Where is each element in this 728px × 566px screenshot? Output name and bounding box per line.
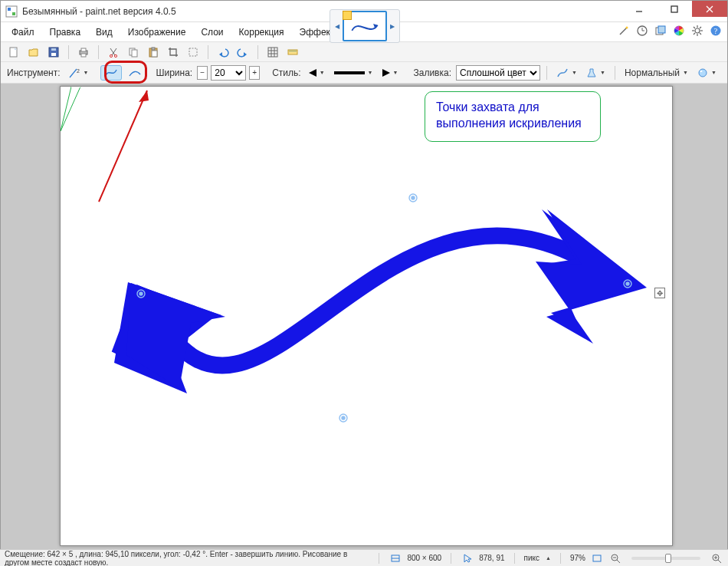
svg-marker-66 xyxy=(536,209,647,344)
separator xyxy=(98,45,99,59)
separator xyxy=(560,553,561,564)
zoom-slider-thumb[interactable] xyxy=(665,554,671,563)
svg-rect-33 xyxy=(81,48,86,51)
minimize-button[interactable] xyxy=(621,1,657,17)
svg-line-85 xyxy=(617,560,620,563)
svg-rect-13 xyxy=(658,26,665,33)
line-tool-selector[interactable]: 2 ▼ xyxy=(65,65,92,81)
bezier-mode-button[interactable] xyxy=(125,65,145,81)
separator xyxy=(615,66,615,80)
print-icon[interactable] xyxy=(75,44,92,61)
svg-rect-34 xyxy=(81,54,86,57)
annotation-arrow xyxy=(68,84,221,232)
move-handle-icon[interactable]: ✥ xyxy=(654,288,665,298)
paste-icon[interactable] xyxy=(145,44,162,61)
separator xyxy=(68,45,69,59)
width-decrement-button[interactable]: − xyxy=(197,66,208,80)
width-select[interactable]: 20 xyxy=(211,65,246,81)
undo-icon[interactable] xyxy=(215,44,231,61)
svg-line-21 xyxy=(700,33,701,35)
menu-edit[interactable]: Правка xyxy=(42,25,89,40)
svg-rect-82 xyxy=(593,555,601,561)
svg-rect-47 xyxy=(268,48,277,57)
maximize-button[interactable] xyxy=(657,1,692,17)
svg-line-89 xyxy=(718,560,721,563)
zoom-slider[interactable] xyxy=(631,557,700,560)
redo-icon[interactable] xyxy=(234,44,251,61)
style-dash[interactable]: ▼ xyxy=(331,65,376,81)
image-list-right-arrow[interactable]: ▶ xyxy=(389,11,396,41)
canvas-size-icon xyxy=(389,551,402,565)
window-title: Безымянный - paint.net версия 4.0.5 xyxy=(22,6,176,17)
menu-layers[interactable]: Слои xyxy=(193,25,231,40)
image-list-left-arrow[interactable]: ◀ xyxy=(333,11,341,41)
menu-view[interactable]: Вид xyxy=(88,25,120,40)
svg-line-20 xyxy=(694,27,695,28)
svg-rect-40 xyxy=(132,50,137,57)
svg-rect-2 xyxy=(12,12,15,15)
svg-point-8 xyxy=(626,27,628,29)
new-file-icon[interactable] xyxy=(5,44,22,61)
units-text[interactable]: пикс xyxy=(524,554,540,562)
antialias-icon xyxy=(556,67,569,79)
image-thumbnail[interactable] xyxy=(343,11,387,41)
separator xyxy=(379,553,379,564)
cut-icon[interactable] xyxy=(105,44,122,61)
open-icon[interactable] xyxy=(25,44,42,61)
main-toolbar xyxy=(1,42,727,62)
fill-label: Заливка: xyxy=(413,67,451,78)
spline-mode-button[interactable] xyxy=(100,65,122,81)
grid-icon[interactable] xyxy=(264,44,281,61)
menu-adjustments[interactable]: Коррекция xyxy=(231,25,292,40)
image-list-panel: ◀ ▶ xyxy=(330,9,400,43)
save-icon[interactable] xyxy=(45,44,62,61)
blend-mode-label: Нормальный xyxy=(625,67,680,78)
style-end-cap[interactable]: ▼ xyxy=(379,65,402,81)
color-wheel-icon[interactable] xyxy=(672,24,686,38)
svg-line-7 xyxy=(620,28,627,35)
svg-marker-76 xyxy=(139,90,149,102)
help-icon[interactable]: ? xyxy=(709,24,723,38)
callout-text: Точки захвата для выполнения искривления xyxy=(436,100,582,130)
zoom-in-icon[interactable] xyxy=(710,551,723,565)
crop-icon[interactable] xyxy=(165,44,182,61)
ruler-icon[interactable] xyxy=(284,44,301,61)
cursor-pos-text: 878, 91 xyxy=(479,554,504,562)
wand-icon[interactable] xyxy=(617,24,631,38)
zoom-window-icon[interactable] xyxy=(590,551,604,565)
blend-mode-select[interactable]: Нормальный▼ xyxy=(621,65,691,81)
selection-mode-button[interactable]: ▼ xyxy=(694,65,720,81)
separator xyxy=(451,553,451,564)
canvas[interactable]: Точки захвата для выполнения искривления… xyxy=(60,86,673,546)
style-label: Стиль: xyxy=(272,67,300,78)
svg-rect-44 xyxy=(189,48,197,56)
svg-marker-81 xyxy=(464,554,471,562)
utility-icons: ? xyxy=(617,24,723,38)
svg-point-15 xyxy=(695,28,700,33)
canvas-size-text: 800 × 600 xyxy=(407,554,441,562)
flask-icon xyxy=(586,67,597,78)
sampling-button[interactable]: ▼ xyxy=(583,65,608,81)
units-dropdown-arrow[interactable]: ▲ xyxy=(546,555,551,561)
layers-icon[interactable] xyxy=(654,24,667,38)
width-increment-button[interactable]: + xyxy=(249,66,260,80)
svg-line-23 xyxy=(700,27,701,28)
copy-icon[interactable] xyxy=(125,44,142,61)
close-button[interactable] xyxy=(692,1,727,17)
gear-icon[interactable] xyxy=(690,24,704,38)
svg-text:?: ? xyxy=(714,27,718,35)
workspace: Точки захвата для выполнения искривления… xyxy=(1,84,727,550)
style-start-cap[interactable]: ▼ xyxy=(306,65,328,81)
clock-icon[interactable] xyxy=(635,24,649,38)
zoom-out-icon[interactable] xyxy=(608,551,622,565)
svg-rect-31 xyxy=(51,48,56,51)
statusbar: Смещение: 642 × 5 , длина: 945,10 пиксел… xyxy=(0,549,728,566)
menu-image[interactable]: Изображение xyxy=(120,25,194,40)
antialias-button[interactable]: ▼ xyxy=(553,65,580,81)
cursor-pos-icon xyxy=(461,551,474,565)
deselect-icon[interactable] xyxy=(185,44,202,61)
app-icon xyxy=(5,5,18,18)
zoom-text[interactable]: 97% xyxy=(570,554,585,562)
menu-file[interactable]: Файл xyxy=(4,25,42,40)
fill-select[interactable]: Сплошной цвет xyxy=(456,65,540,81)
